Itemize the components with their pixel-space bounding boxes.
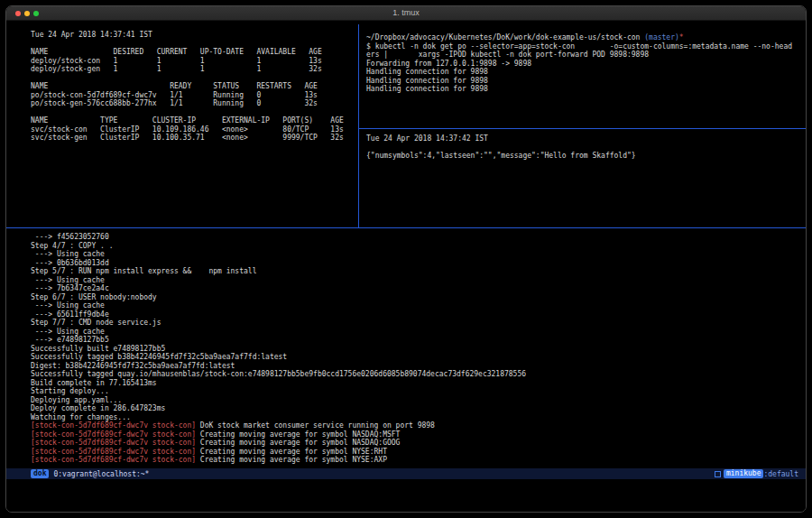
terminal-line: ---> f45623052760 <box>31 233 802 242</box>
terminal-line: ---> Using cache <box>31 276 802 285</box>
terminal-line: po/stock-con-5d7df689cf-dwc7v 1/1 Runnin… <box>31 91 355 100</box>
tmux-status-bar: dok 0:vagrant@localhost:~* minikube :def… <box>6 468 806 479</box>
terminal-line <box>366 143 802 153</box>
terminal-line: Step 5/7 : RUN npm install express && np… <box>31 267 802 276</box>
terminal-line: deploy/stock-con 1 1 1 1 13s <box>31 57 355 66</box>
terminal-line: $ kubectl -n dok get po --selector=app=s… <box>366 42 802 51</box>
terminal-line: ers | xargs -IPOD kubectl -n dok port-fo… <box>366 51 802 60</box>
terminal-line: ---> 0b636bd013dd <box>31 259 802 268</box>
pod-log-prefix: [stock-con-5d7df689cf-dwc7v stock-con] <box>31 421 196 430</box>
pod-log: [stock-con-5d7df689cf-dwc7v stock-con] D… <box>31 421 802 465</box>
terminal-line: Handling connection for 9898 <box>366 85 802 94</box>
pane-border-right-split[interactable] <box>358 128 806 129</box>
terminal-line: Successfully tagged quay.io/mhausenblas/… <box>31 370 802 379</box>
window-list-item[interactable]: 0:vagrant@localhost:~* <box>53 469 149 479</box>
kube-namespace: :default <box>763 469 798 479</box>
window-title: 1. tmux <box>6 6 806 20</box>
terminal-line: Starting deploy... <box>31 387 802 396</box>
pane-kubectl-watch[interactable]: Tue 24 Apr 2018 14:37:41 IST NAME DESIRE… <box>6 22 358 227</box>
zoom-button[interactable] <box>33 11 39 16</box>
terminal-line: Digest: b38b42246945fd7f32c5ba9aea7af7fd… <box>31 362 802 371</box>
terminal-line: ---> Using cache <box>31 250 802 259</box>
pane-border-main-split[interactable] <box>6 227 806 228</box>
git-dirty-flag: * <box>679 33 684 42</box>
terminal-line: deploy/stock-gen 1 1 1 1 32s <box>31 65 355 74</box>
terminal-line: [stock-con-5d7df689cf-dwc7v stock-con] D… <box>31 421 802 430</box>
terminal-line: po/stock-gen-576cc688bb-277hx 1/1 Runnin… <box>31 99 355 108</box>
terminal-line: ---> e74898127bb5 <box>31 336 802 345</box>
terminal-line: Build complete in 77.165413ms <box>31 379 802 388</box>
terminal-line: Successfully tagged b38b42246945fd7f32c5… <box>31 353 802 362</box>
terminal-line: ---> 65611ff9db4e <box>31 310 802 319</box>
terminal-line: [stock-con-5d7df689cf-dwc7v stock-con] C… <box>31 448 802 457</box>
terminal-line: Deploying app.yaml... <box>31 396 802 405</box>
pane-skaffold-build[interactable]: ---> f45623052760Step 4/7 : COPY . . ---… <box>6 228 806 467</box>
terminal-line: {"numsymbols":4,"lastseen":"","message":… <box>366 152 802 161</box>
pod-log-prefix: [stock-con-5d7df689cf-dwc7v stock-con] <box>31 456 196 464</box>
minimize-button[interactable] <box>24 11 30 16</box>
terminal-line: ---> Using cache <box>31 301 802 310</box>
terminal-line: ---> Using cache <box>31 328 802 337</box>
terminal-line: Deploy complete in 286.647823ms <box>31 404 802 413</box>
curl-json-output: {"numsymbols":4,"lastseen":"","message":… <box>366 143 802 161</box>
tmux-terminal: Tue 24 Apr 2018 14:37:41 IST NAME DESIRE… <box>6 22 806 512</box>
kube-context-badge: minikube <box>724 469 764 478</box>
terminal-line: [stock-con-5d7df689cf-dwc7v stock-con] C… <box>31 456 802 465</box>
terminal-line: svc/stock-gen ClusterIP 10.100.35.71 <no… <box>31 134 355 143</box>
cwd-path: ~/Dropbox/advocacy/Kubernetes/DoK/work/d… <box>366 33 644 42</box>
terminal-line: Successfully built e74898127bb5 <box>31 345 802 354</box>
terminal-line <box>31 40 355 49</box>
traffic-lights <box>15 11 39 16</box>
terminal-line: Handling connection for 9898 <box>366 77 802 86</box>
minikube-icon <box>715 471 721 477</box>
pane-border-vertical[interactable] <box>358 24 359 227</box>
timestamp: Tue 24 Apr 2018 14:37:41 IST <box>31 31 355 40</box>
terminal-line: [stock-con-5d7df689cf-dwc7v stock-con] C… <box>31 439 802 448</box>
terminal-line: NAME TYPE CLUSTER-IP EXTERNAL-IP PORT(S)… <box>31 116 355 125</box>
git-branch: (master) <box>644 33 679 42</box>
pod-log-prefix: [stock-con-5d7df689cf-dwc7v stock-con] <box>31 430 196 439</box>
pane-curl-output[interactable]: Tue 24 Apr 2018 14:37:42 IST {"numsymbol… <box>359 129 806 227</box>
port-forward-output: $ kubectl -n dok get po --selector=app=s… <box>366 42 802 94</box>
kubectl-output: NAME DESIRED CURRENT UP-TO-DATE AVAILABL… <box>31 40 355 143</box>
timestamp: Tue 24 Apr 2018 14:37:42 IST <box>366 134 802 143</box>
session-name-badge[interactable]: dok <box>31 469 49 478</box>
terminal-line: Handling connection for 9898 <box>366 68 802 77</box>
terminal-line <box>31 74 355 83</box>
pod-log-prefix: [stock-con-5d7df689cf-dwc7v stock-con] <box>31 448 196 456</box>
terminal-line: NAME DESIRED CURRENT UP-TO-DATE AVAILABL… <box>31 48 355 57</box>
pod-log-prefix: [stock-con-5d7df689cf-dwc7v stock-con] <box>31 439 196 447</box>
terminal-line: Step 7/7 : CMD node service.js <box>31 319 802 328</box>
terminal-window: 1. tmux Tue 24 Apr 2018 14:37:41 IST NAM… <box>5 5 807 513</box>
terminal-line: Watching for changes... <box>31 413 802 422</box>
pane-port-forward[interactable]: ~/Dropbox/advocacy/Kubernetes/DoK/work/d… <box>359 22 806 128</box>
titlebar[interactable]: 1. tmux <box>6 6 806 21</box>
terminal-line <box>31 108 355 117</box>
terminal-line: svc/stock-con ClusterIP 10.109.186.46 <n… <box>31 125 355 134</box>
build-log: ---> f45623052760Step 4/7 : COPY . . ---… <box>31 233 802 421</box>
terminal-line: ---> 7b6347ce2a4c <box>31 284 802 293</box>
close-button[interactable] <box>15 11 21 16</box>
terminal-line: Step 4/7 : COPY . . <box>31 242 802 251</box>
terminal-line: Forwarding from 127.0.0.1:9898 -> 9898 <box>366 60 802 69</box>
terminal-line: Step 6/7 : USER nobody:nobody <box>31 293 802 302</box>
terminal-line: NAME READY STATUS RESTARTS AGE <box>31 82 355 91</box>
shell-prompt-line: ~/Dropbox/advocacy/Kubernetes/DoK/work/d… <box>366 33 802 42</box>
terminal-line: [stock-con-5d7df689cf-dwc7v stock-con] C… <box>31 430 802 439</box>
